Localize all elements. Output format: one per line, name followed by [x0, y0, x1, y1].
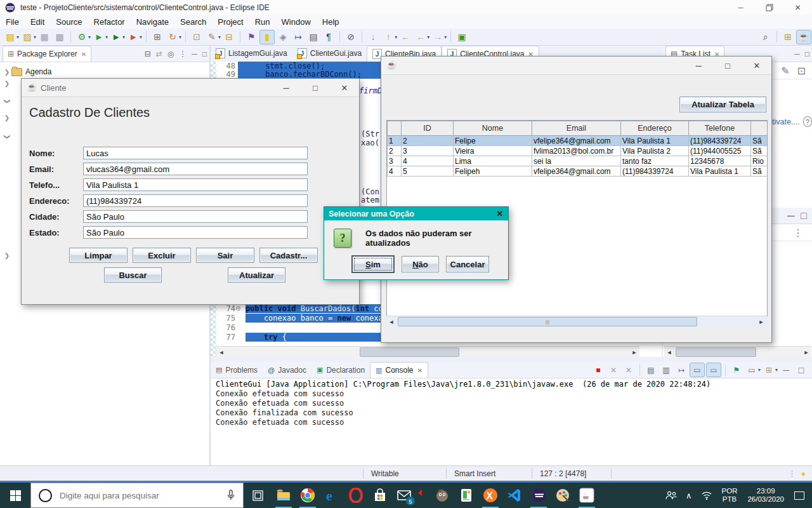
scroll-right-icon[interactable]: ► — [629, 349, 639, 356]
last-edit-location-button[interactable]: ↑ — [381, 30, 395, 44]
focus-icon[interactable]: ◎ — [167, 50, 174, 58]
maximize-button[interactable]: □ — [301, 79, 330, 97]
buscar-button[interactable]: Buscar — [104, 267, 162, 283]
scroll-right-icon[interactable]: ► — [801, 349, 811, 356]
new-console-button[interactable]: ⊞ — [762, 363, 776, 377]
wifi-icon[interactable] — [701, 491, 712, 500]
show-on-output-button[interactable]: ▭ — [706, 363, 721, 377]
run-button[interactable]: ► — [92, 30, 106, 44]
table-column-header[interactable]: ID — [402, 121, 454, 136]
show-whitespace-button[interactable]: ¶ — [322, 30, 336, 44]
table-row[interactable]: 23Vieirafvlima2013@bol.com.brVila Paulis… — [388, 146, 768, 156]
editor-tab-clientegui-java[interactable]: JClienteGui.java — [292, 46, 367, 61]
chevron-right-icon[interactable]: ❯ — [3, 80, 11, 87]
annotations-button[interactable]: ◈ — [276, 30, 290, 44]
table-cell[interactable]: Sã — [751, 146, 768, 156]
close-button[interactable]: ✕ — [742, 57, 771, 74]
new-java-class-button[interactable]: ▨ — [20, 30, 34, 44]
chevron-right-icon[interactable]: ❯ — [3, 69, 11, 76]
table-cell[interactable]: sei la — [532, 156, 621, 166]
save-button[interactable]: ▦ — [37, 30, 51, 44]
table-cell[interactable]: 4 — [402, 156, 454, 166]
minimize-button[interactable]: ─ — [726, 0, 755, 15]
table-column-header[interactable] — [388, 121, 402, 136]
close-tab-icon[interactable]: ✕ — [417, 367, 422, 374]
table-cell[interactable]: Vila Paulista 1 — [689, 166, 751, 177]
dialog-sim-button[interactable]: Sim — [351, 255, 395, 273]
link-editor-icon[interactable]: ⇄ — [156, 50, 162, 58]
language-indicator[interactable]: POR PTB — [722, 487, 738, 504]
remove-all-button[interactable]: ✕ — [622, 363, 636, 377]
maximize-button[interactable]: □ — [713, 57, 742, 74]
table-cell[interactable]: 3 — [388, 156, 402, 166]
table-cell[interactable]: 2 — [388, 146, 402, 156]
editor-tab-listagemgui-java[interactable]: JListagemGui.java — [211, 46, 292, 61]
back-history-button[interactable]: ← — [414, 30, 428, 44]
mark-occurrences-button[interactable]: ▮ — [259, 30, 275, 44]
field-input-email[interactable]: vlucas364@gmail.com — [83, 163, 308, 175]
editor-hscroll-thumb[interactable] — [360, 347, 459, 357]
word-wrap-button[interactable]: ↦ — [674, 363, 688, 377]
pin-console-button[interactable]: ▭ — [690, 363, 705, 377]
jump-button[interactable]: ↦ — [291, 30, 305, 44]
notes-app-taskbar-button[interactable] — [454, 483, 478, 508]
forward-button-dropdown[interactable]: ▾ — [444, 34, 447, 40]
table-cell[interactable]: 3 — [402, 146, 454, 156]
eclipse-taskbar-button[interactable] — [527, 483, 551, 508]
open-type-button[interactable]: ⊡ — [190, 30, 204, 44]
table-cell[interactable]: 2 — [402, 136, 454, 146]
status-menu-dots-icon[interactable]: ⋮ — [789, 469, 796, 478]
lightbulb-icon[interactable]: ● — [801, 469, 806, 478]
search-pencil-button[interactable]: ✎ — [205, 30, 219, 44]
run-coverage-button-dropdown[interactable]: ▾ — [122, 34, 125, 40]
scroll-lock-button[interactable]: ▥ — [659, 363, 673, 377]
help-icon[interactable]: ? — [803, 116, 812, 127]
outline-hscrollbar[interactable]: ◄ ► — [664, 346, 811, 358]
xampp-taskbar-button[interactable]: ꓫ — [478, 483, 502, 508]
open-console-button[interactable]: ⚑ — [730, 363, 743, 377]
scroll-left-icon[interactable]: ◄ — [664, 349, 674, 356]
categorize-icon[interactable]: ⊡ — [797, 65, 806, 77]
menu-search[interactable]: Search — [174, 15, 212, 29]
run-coverage-button[interactable]: ► — [109, 30, 123, 44]
atualizar-tabela-button[interactable]: Atualizar Tabela — [679, 97, 766, 112]
start-button[interactable] — [0, 483, 30, 508]
vscode-taskbar-button[interactable] — [502, 483, 527, 508]
table-cell[interactable]: Lima — [454, 156, 532, 166]
microphone-icon[interactable] — [226, 490, 235, 501]
table-column-header[interactable] — [751, 121, 768, 136]
hidden-icons-chevron[interactable]: ∧ — [686, 491, 692, 500]
search-pencil-button-dropdown[interactable]: ▾ — [218, 34, 221, 40]
debug-button-dropdown[interactable]: ▾ — [88, 34, 91, 40]
save-all-button[interactable]: ▩ — [53, 30, 67, 44]
run-button-dropdown[interactable]: ▾ — [105, 34, 108, 40]
new-wizard-button[interactable]: ▤ — [3, 30, 17, 44]
list-button[interactable]: ▤ — [306, 30, 320, 44]
profile-button-dropdown[interactable]: ▾ — [140, 34, 142, 40]
table-cell[interactable]: Rio — [751, 156, 768, 166]
fold-icon[interactable]: ⊖ — [235, 305, 243, 312]
java-perspective-button[interactable]: ☕ — [796, 30, 811, 44]
plug-button[interactable]: ⚑ — [244, 30, 258, 44]
java-app-taskbar-button[interactable]: ☕ — [575, 483, 599, 508]
table-cell[interactable]: fvlima2013@bol.com.br — [532, 146, 621, 156]
table-hscrollbar[interactable]: ◄ ||| ► — [386, 316, 766, 327]
table-cell[interactable]: (11)944005525 — [689, 146, 751, 156]
sair-button[interactable]: Sair — [196, 248, 254, 263]
console-tab-javadoc[interactable]: @Javadoc — [263, 363, 311, 378]
table-cell[interactable]: Sã — [751, 136, 768, 146]
menu-run[interactable]: Run — [249, 15, 276, 29]
gimp-taskbar-button[interactable] — [430, 483, 454, 508]
excluir-button[interactable]: Excluir — [133, 248, 191, 263]
opera-taskbar-button[interactable] — [344, 483, 368, 508]
mail-taskbar-button[interactable]: 5 — [392, 483, 416, 508]
stop-button[interactable]: ■ — [591, 363, 605, 377]
table-column-header[interactable]: Telefone — [689, 121, 751, 136]
dialog-titlebar[interactable]: Selecionar uma Opção ✕ — [324, 207, 508, 220]
table-column-header[interactable]: Email — [532, 121, 621, 136]
field-input-endereco[interactable]: (11)984339724 — [83, 194, 308, 207]
table-hscroll-thumb[interactable]: ||| — [398, 317, 697, 326]
menu-file[interactable]: File — [0, 15, 25, 29]
maximize-view-icon[interactable]: □ — [202, 50, 207, 58]
view-menu-icon[interactable]: ⋮ — [793, 227, 803, 239]
